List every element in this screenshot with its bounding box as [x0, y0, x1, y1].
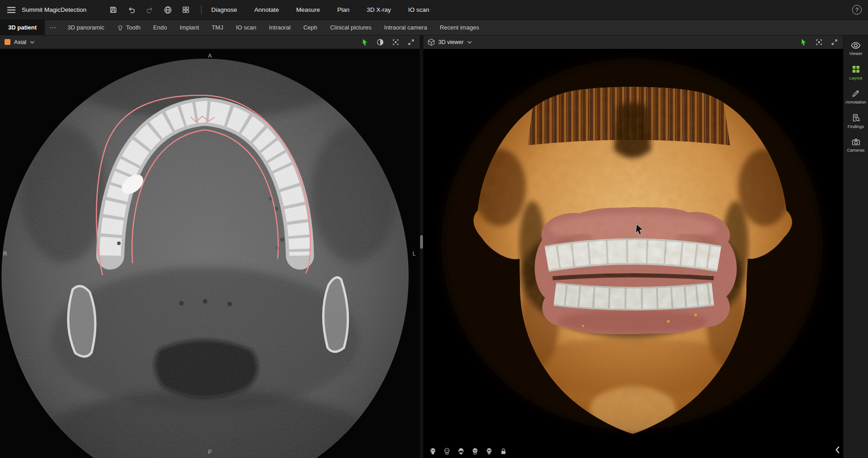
app-title: Summit MagicDetection	[22, 6, 87, 13]
tab-implant[interactable]: Implant	[173, 20, 206, 35]
sidebar-item-label: Findings	[848, 124, 864, 129]
tab-ceph[interactable]: Ceph	[297, 20, 324, 35]
orientation-label-left: L	[412, 251, 416, 257]
tab-endo[interactable]: Endo	[147, 20, 173, 35]
sidebar-item-label: Layout	[849, 75, 863, 80]
menu-annotate[interactable]: Annotate	[255, 6, 279, 13]
axial-dropdown-chevron-icon[interactable]	[30, 41, 34, 44]
tab-tooth[interactable]: Tooth	[111, 20, 147, 35]
save-icon[interactable]	[108, 5, 118, 15]
sidebar-item-layout[interactable]: Layout	[843, 65, 868, 80]
menu-plan[interactable]: Plan	[337, 6, 349, 13]
sidebar-item-label: Annotation	[845, 99, 866, 104]
viewport-splitter[interactable]	[420, 35, 423, 458]
pencil-icon	[852, 89, 860, 98]
top-menu-bar: Summit MagicDetection Diagnose Annotate …	[0, 0, 868, 20]
axial-viewport-header: Axial	[0, 35, 420, 49]
menu-diagnose[interactable]: Diagnose	[211, 6, 237, 13]
sidebar-item-viewer[interactable]: Viewer	[843, 42, 868, 56]
contrast-icon[interactable]	[376, 38, 384, 46]
axial-color-chip	[5, 39, 10, 45]
redo-icon[interactable]	[145, 5, 155, 15]
cursor-tool-icon[interactable]	[799, 38, 808, 46]
camera-icon	[852, 138, 860, 146]
skull-preset-5-icon[interactable]	[485, 447, 493, 455]
fit-view-icon[interactable]	[392, 38, 400, 46]
right-toolbar: Viewer Layout Annotation Findings Camera…	[843, 35, 868, 458]
axial-ct-image	[0, 49, 420, 458]
3d-render-canvas[interactable]	[423, 49, 843, 458]
orientation-label-posterior: P	[208, 449, 211, 455]
tab-intraoral[interactable]: Intraoral	[263, 20, 297, 35]
tab-3d-panoramic[interactable]: 3D panoramic	[61, 20, 111, 35]
toolbar-separator	[201, 5, 201, 15]
tab-intraoral-camera[interactable]: Intraoral camera	[378, 20, 434, 35]
sidebar-item-label: Cameras	[847, 148, 865, 153]
tab-overflow-icon[interactable]: ⋯	[45, 20, 61, 35]
3d-viewport: 3D viewer	[423, 35, 843, 458]
fullscreen-icon[interactable]	[407, 38, 415, 46]
orientation-label-right: R	[3, 251, 7, 257]
fit-view-icon[interactable]	[815, 38, 823, 46]
skull-preset-2-icon[interactable]	[443, 447, 451, 455]
menu-io-scan[interactable]: IO scan	[408, 6, 429, 13]
hamburger-menu-icon[interactable]	[6, 5, 16, 15]
layout-grid-icon	[852, 65, 860, 74]
tab-recent-images[interactable]: Recent images	[433, 20, 485, 35]
skull-preset-1-icon[interactable]	[429, 447, 437, 455]
lock-icon[interactable]	[499, 447, 507, 455]
main-menu: Diagnose Annotate Measure Plan 3D X-ray …	[211, 6, 429, 13]
tooth-icon	[117, 25, 123, 31]
globe-icon[interactable]	[163, 5, 173, 15]
view-tab-bar: 3D patient ⋯ 3D panoramic Tooth Endo Imp…	[0, 20, 868, 35]
menu-measure[interactable]: Measure	[296, 6, 320, 13]
tab-tooth-label: Tooth	[126, 24, 141, 31]
3d-dropdown-chevron-icon[interactable]	[467, 41, 472, 44]
cube-icon	[428, 39, 435, 46]
tab-3d-patient[interactable]: 3D patient	[0, 20, 45, 35]
3d-viewport-header: 3D viewer	[423, 35, 843, 49]
orientation-label-anterior: A	[208, 53, 211, 59]
sidebar-item-findings[interactable]: Findings	[843, 113, 868, 129]
3d-skull-render	[423, 49, 843, 458]
tab-clinical-pictures[interactable]: Clinical pictures	[324, 20, 378, 35]
help-icon[interactable]: ?	[852, 5, 862, 15]
apps-grid-icon[interactable]	[181, 5, 191, 15]
tab-io-scan[interactable]: IO scan	[230, 20, 263, 35]
splitter-handle[interactable]	[420, 235, 423, 249]
cursor-tool-icon[interactable]	[361, 38, 369, 46]
skull-preset-3-icon[interactable]	[457, 447, 465, 455]
3d-viewport-title: 3D viewer	[438, 39, 464, 45]
sidebar-item-annotation[interactable]: Annotation	[843, 89, 868, 104]
axial-viewport: Axial A R L	[0, 35, 420, 458]
findings-search-icon	[852, 113, 860, 122]
tab-tmj[interactable]: TMJ	[206, 20, 230, 35]
collapse-panel-icon[interactable]	[835, 446, 840, 456]
skull-preset-4-icon[interactable]	[471, 447, 479, 455]
axial-ct-canvas[interactable]: A R L P	[0, 49, 420, 458]
menu-3d-xray[interactable]: 3D X-ray	[367, 6, 391, 13]
sidebar-item-cameras[interactable]: Cameras	[843, 138, 868, 153]
fullscreen-icon[interactable]	[830, 38, 839, 46]
undo-icon[interactable]	[127, 5, 137, 15]
sidebar-item-label: Viewer	[849, 51, 863, 56]
eye-icon	[851, 42, 861, 49]
axial-viewport-title: Axial	[14, 39, 26, 45]
render-preset-bar	[429, 447, 507, 455]
